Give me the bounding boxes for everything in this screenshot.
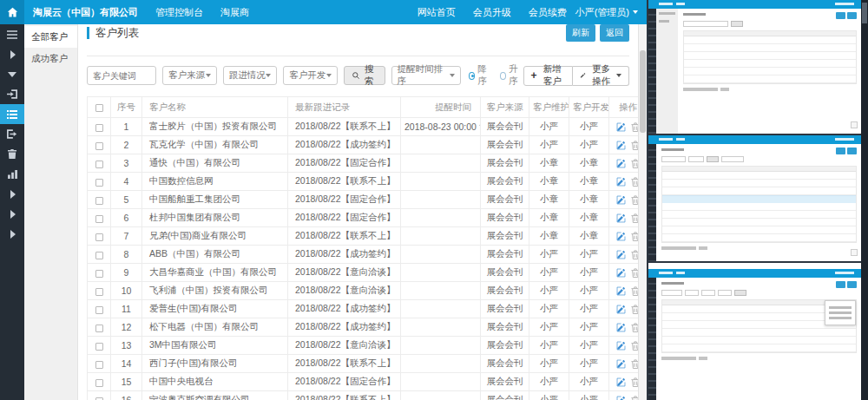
edit-icon[interactable]	[616, 232, 626, 241]
chevron-right-icon[interactable]	[0, 44, 24, 64]
delete-icon[interactable]	[631, 305, 638, 314]
row-index: 11	[111, 300, 142, 318]
row-checkbox[interactable]	[95, 233, 103, 241]
user-menu[interactable]: 小严(管理员)	[575, 6, 647, 19]
nav-member-renew[interactable]: 会员续费	[520, 0, 575, 24]
sort-order-select[interactable]: 提醒时间排序	[391, 66, 462, 85]
delete-icon[interactable]	[631, 359, 638, 369]
scrollbar-thumb[interactable]	[640, 50, 646, 133]
nav-member-upgrade[interactable]: 会员升级	[464, 0, 520, 24]
delete-icon[interactable]	[631, 159, 638, 168]
select-all-checkbox[interactable]	[95, 104, 103, 112]
followup-record: 2018/08/22【意向洽谈】	[288, 337, 401, 355]
nav-console[interactable]: 管理控制台	[147, 0, 212, 24]
develop-filter-select[interactable]: 客户开发	[283, 66, 338, 85]
row-operations	[609, 337, 639, 355]
delete-icon[interactable]	[631, 323, 638, 332]
brand-company[interactable]: 淘展云（中国）有限公司	[24, 0, 147, 24]
row-checkbox[interactable]	[95, 343, 103, 351]
row-checkbox[interactable]	[95, 361, 103, 369]
chevron-right-icon[interactable]	[0, 224, 24, 244]
customer-list-icon[interactable]	[0, 104, 24, 124]
edit-icon[interactable]	[616, 323, 626, 332]
followup-filter-select[interactable]: 跟进情况	[223, 66, 278, 85]
row-checkbox[interactable]	[95, 142, 103, 150]
edit-icon[interactable]	[616, 268, 626, 278]
edit-icon[interactable]	[616, 213, 626, 223]
asc-radio[interactable]: 升序	[500, 63, 523, 88]
edit-icon[interactable]	[616, 359, 626, 369]
followup-record: 2018/08/22【固定合作】	[288, 373, 401, 391]
row-checkbox[interactable]	[95, 379, 103, 387]
chevron-right-icon[interactable]	[0, 204, 24, 224]
row-checkbox[interactable]	[95, 179, 103, 187]
row-checkbox[interactable]	[95, 252, 103, 259]
delete-icon[interactable]	[631, 377, 638, 387]
edit-icon[interactable]	[616, 159, 626, 168]
delete-icon[interactable]	[631, 232, 638, 241]
preview-thumbnail-1[interactable]	[648, 0, 861, 134]
delete-icon[interactable]	[631, 195, 638, 205]
home-icon[interactable]	[0, 0, 24, 24]
row-checkbox[interactable]	[95, 306, 103, 314]
delete-icon[interactable]	[631, 177, 638, 187]
sign-out-icon[interactable]	[0, 124, 24, 144]
delete-icon[interactable]	[631, 268, 638, 278]
row-checkbox[interactable]	[95, 124, 103, 132]
followup-record: 2018/08/22【成功签约】	[288, 246, 401, 264]
row-checkbox[interactable]	[95, 270, 103, 278]
chart-icon[interactable]	[0, 164, 24, 184]
customer-name: 杜邦中国集团有限公司	[142, 209, 288, 227]
edit-icon[interactable]	[616, 286, 626, 296]
mini-input	[661, 290, 682, 296]
nav-site-home[interactable]: 网站首页	[409, 0, 464, 24]
reminder-time	[401, 246, 481, 264]
add-customer-button[interactable]: +新增客户	[523, 66, 573, 86]
mini-navbar	[648, 0, 861, 9]
nav-shop[interactable]: 淘展商	[212, 0, 258, 24]
preview-scrollbar[interactable]	[861, 0, 868, 400]
keyword-input[interactable]	[87, 66, 156, 85]
row-checkbox[interactable]	[95, 161, 103, 168]
sign-in-icon[interactable]	[0, 84, 24, 104]
sidebar-item-all-customers[interactable]: 全部客户	[24, 26, 77, 48]
search-button[interactable]: 搜索	[344, 66, 385, 85]
table-row: 133M中国有限公司2018/08/22【意向洽谈】展会会刊小严小严	[88, 337, 639, 355]
trash-icon[interactable]	[0, 144, 24, 164]
edit-icon[interactable]	[616, 341, 626, 351]
row-checkbox[interactable]	[95, 215, 103, 223]
mini-sidebar	[648, 144, 656, 261]
page-scrollbar[interactable]	[638, 24, 647, 400]
edit-icon[interactable]	[616, 177, 626, 187]
preview-thumbnail-3[interactable]	[648, 263, 861, 400]
row-checkbox[interactable]	[95, 288, 103, 296]
edit-icon[interactable]	[616, 377, 626, 387]
chevron-right-icon[interactable]	[0, 184, 24, 204]
source-filter-select[interactable]: 客户来源	[162, 66, 217, 85]
desc-radio[interactable]: 降序	[469, 63, 492, 88]
delete-icon[interactable]	[631, 250, 638, 259]
edit-icon[interactable]	[616, 141, 626, 150]
preview-thumbnail-2[interactable]	[648, 135, 861, 261]
chevron-down-icon[interactable]	[0, 64, 24, 84]
delete-icon[interactable]	[631, 141, 638, 150]
back-button[interactable]: 返回	[600, 24, 629, 42]
more-actions-button[interactable]: 更多操作	[573, 66, 629, 86]
edit-icon[interactable]	[616, 250, 626, 259]
delete-icon[interactable]	[631, 341, 638, 351]
delete-icon[interactable]	[631, 286, 638, 296]
refresh-button[interactable]: 刷新	[566, 24, 595, 42]
delete-icon[interactable]	[631, 122, 638, 132]
row-checkbox[interactable]	[95, 325, 103, 332]
delete-icon[interactable]	[631, 213, 638, 223]
delete-icon[interactable]	[631, 396, 638, 400]
edit-icon[interactable]	[616, 195, 626, 205]
edit-icon[interactable]	[616, 122, 626, 132]
reminder-time	[401, 282, 481, 300]
sidebar-item-success-customers[interactable]: 成功客户	[24, 48, 77, 69]
menu-icon[interactable]	[0, 24, 24, 44]
row-checkbox[interactable]	[95, 197, 103, 205]
preview-scrollbar-thumb[interactable]	[862, 3, 867, 23]
edit-icon[interactable]	[616, 305, 626, 314]
edit-icon[interactable]	[616, 396, 626, 400]
